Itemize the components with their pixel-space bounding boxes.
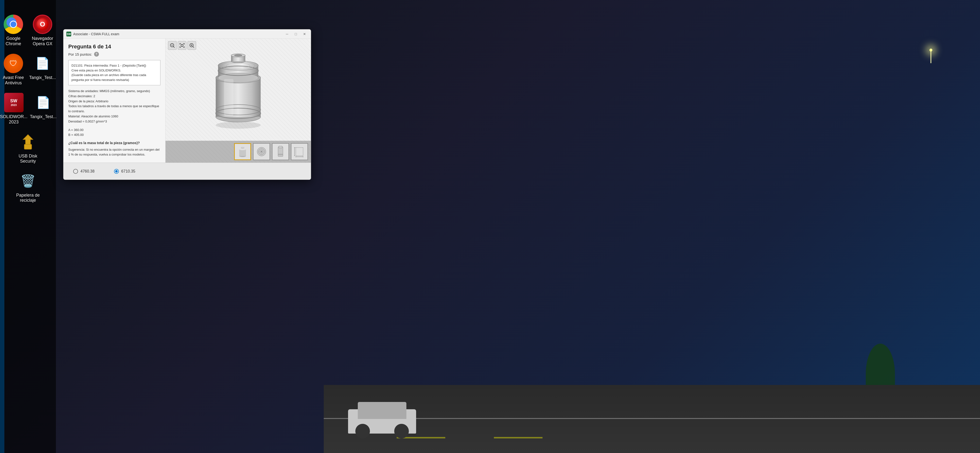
answer-area: 4760.38 6710.35 (64, 162, 311, 180)
svg-point-10 (216, 121, 261, 129)
radio-1[interactable] (73, 169, 78, 174)
description-box: D21101: Pieza intermedia: Paso 1 - (Depó… (68, 60, 161, 85)
zoom-in-button[interactable] (188, 41, 196, 50)
maximize-button[interactable]: □ (293, 31, 299, 37)
thumb-side[interactable] (272, 143, 289, 160)
param-b: B = 405.00 (68, 132, 161, 138)
param-a: A = 360.00 (68, 127, 161, 133)
desktop-icon-avast[interactable]: 🛡 Avast Free Antivirus (0, 54, 27, 86)
desc-line2: Cree esta pieza en SOLIDWORKS. (72, 68, 157, 73)
help-icon[interactable]: ? (94, 52, 99, 57)
desktop-icon-solidworks[interactable]: SW 2023 SOLIDWOR... 2023 (0, 93, 27, 125)
answer-value-2: 6710.35 (121, 169, 135, 173)
points-label: Por 15 puntos: (68, 52, 92, 56)
question-title: Pregunta 6 de 14 (68, 43, 161, 50)
app-icon: SW (66, 32, 71, 37)
3d-viewer[interactable] (165, 39, 311, 141)
opera-label: Navegador Opera GX (29, 36, 56, 46)
svg-point-30 (239, 148, 246, 150)
viewer-toolbar (168, 41, 196, 50)
desktop-icon-opera[interactable]: O Navegador Opera GX (29, 14, 56, 46)
svg-line-7 (193, 46, 194, 48)
recycle-label: Papelera de reciclaje (13, 193, 43, 203)
window-title: Associate - CSWA FULL exam (73, 32, 284, 36)
answer-option-1[interactable]: 4760.38 (73, 169, 95, 174)
desktop-icon-usb[interactable]: USB Disk Security (13, 132, 43, 164)
desktop-icon-recycle[interactable]: 🗑️ Papelera de reciclaje (13, 171, 43, 203)
params-section: A = 360.00 B = 405.00 (68, 127, 161, 138)
radio-2[interactable] (114, 169, 119, 174)
points-row: Por 15 puntos: ? (68, 52, 161, 57)
tangix2-label: Tangix_Test... (30, 114, 57, 119)
svg-marker-0 (23, 135, 33, 145)
viewer-panel (165, 39, 311, 162)
spec-units: Sistema de unidades: MMGS (milímetro, gr… (68, 89, 161, 94)
desc-line3: (Guarde cada pieza en un archivo diferen… (72, 73, 157, 78)
usb-label: USB Disk Security (13, 154, 43, 164)
avast-label: Avast Free Antivirus (0, 75, 27, 86)
close-button[interactable]: ✕ (301, 31, 308, 37)
answer-value-1: 4760.38 (80, 169, 95, 173)
thumb-front[interactable] (253, 143, 270, 160)
specs-section: Sistema de unidades: MMGS (milímetro, gr… (68, 89, 161, 124)
svg-point-37 (261, 151, 262, 152)
zoom-out-button[interactable] (168, 41, 177, 50)
spec-holes: Todos los taladros a través de todas a m… (68, 104, 161, 114)
question-text: ¿Cuál es la masa total de la pieza (gram… (68, 141, 161, 145)
app-window: SW Associate - CSWA FULL exam ─ □ ✕ Preg… (63, 29, 311, 180)
suggestion-text: Sugerencia: Si no encuentra la opción co… (68, 147, 161, 157)
spec-origin: Origen de la pieza: Arbitrario (68, 99, 161, 104)
answer-option-2[interactable]: 6710.35 (114, 169, 135, 174)
desktop-icon-chrome[interactable]: Google Chrome (0, 14, 27, 46)
spec-decimals: Cifras decimales: 2 (68, 94, 161, 99)
window-controls: ─ □ ✕ (284, 31, 308, 37)
svg-rect-39 (279, 146, 282, 148)
svg-line-3 (173, 46, 175, 48)
svg-rect-29 (239, 149, 246, 156)
thumb-dim[interactable] (291, 143, 308, 160)
fit-view-button[interactable] (178, 41, 186, 50)
window-content: Pregunta 6 de 14 Por 15 puntos: ? D21101… (64, 39, 311, 162)
svg-rect-1 (24, 145, 32, 149)
svg-rect-13 (216, 78, 261, 117)
chrome-label: Google Chrome (0, 36, 27, 46)
spec-density: Densidad = 0,0027 g/mm^3 (68, 119, 161, 124)
desktop-icon-bar: Google Chrome O Navegador Opera GX 🛡 (0, 0, 56, 453)
svg-rect-42 (296, 148, 303, 156)
minimize-button[interactable]: ─ (284, 31, 290, 37)
svg-rect-38 (278, 147, 283, 156)
desktop-icon-tangix1[interactable]: 📄 Tangix_Test... (29, 54, 56, 86)
svg-rect-5 (181, 45, 183, 46)
view-thumbnails (165, 141, 311, 162)
desktop: Google Chrome O Navegador Opera GX 🛡 (0, 0, 980, 453)
question-panel: Pregunta 6 de 14 Por 15 puntos: ? D21101… (64, 39, 165, 162)
desc-line1: D21101: Pieza intermedia: Paso 1 - (Depó… (72, 63, 157, 68)
title-bar: SW Associate - CSWA FULL exam ─ □ ✕ (64, 29, 311, 39)
desktop-icon-tangix2[interactable]: 📄 Tangix_Test... (30, 93, 57, 125)
svg-point-22 (234, 54, 242, 56)
svg-point-33 (241, 146, 244, 148)
svg-rect-27 (224, 79, 234, 116)
solidworks-label: SOLIDWOR... 2023 (0, 114, 27, 125)
tangix1-label: Tangix_Test... (29, 75, 56, 80)
thumb-3d[interactable] (234, 143, 251, 160)
spec-material: Material: Aleación de aluminio 1060 (68, 114, 161, 119)
desc-line4: pregunta por si fuera necesario revisarl… (72, 78, 157, 83)
